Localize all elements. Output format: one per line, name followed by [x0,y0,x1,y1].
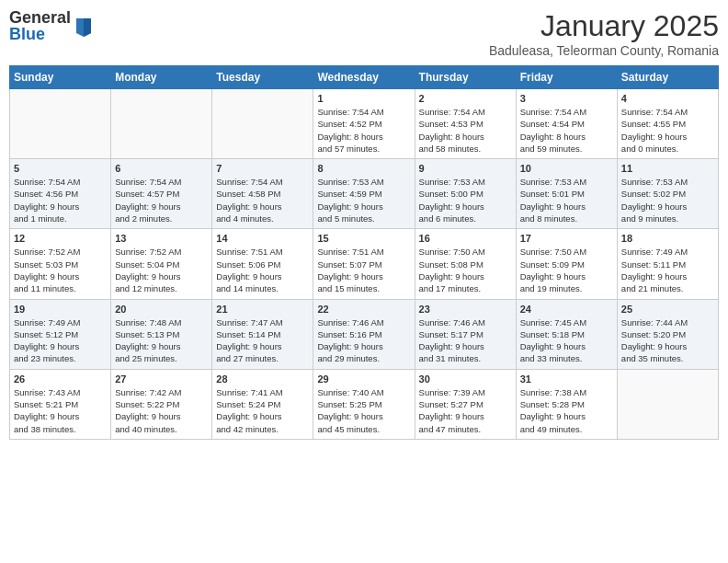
day-info: Sunrise: 7:54 AM Sunset: 4:58 PM Dayligh… [216,176,309,224]
location-text: Baduleasa, Teleorman County, Romania [489,43,719,58]
day-number: 20 [115,304,208,315]
day-info: Sunrise: 7:52 AM Sunset: 5:03 PM Dayligh… [14,246,107,294]
day-number: 18 [621,233,714,244]
calendar-cell: 13Sunrise: 7:52 AM Sunset: 5:04 PM Dayli… [111,229,212,299]
weekday-header-friday: Friday [516,66,617,89]
calendar-cell: 14Sunrise: 7:51 AM Sunset: 5:06 PM Dayli… [212,229,313,299]
calendar-cell: 3Sunrise: 7:54 AM Sunset: 4:54 PM Daylig… [516,89,617,159]
logo: General Blue [9,9,93,42]
day-number: 19 [14,304,107,315]
calendar-cell: 21Sunrise: 7:47 AM Sunset: 5:14 PM Dayli… [212,299,313,369]
day-number: 14 [216,233,309,244]
calendar-week-2: 5Sunrise: 7:54 AM Sunset: 4:56 PM Daylig… [10,159,719,229]
day-number: 22 [317,304,410,315]
calendar-cell: 20Sunrise: 7:48 AM Sunset: 5:13 PM Dayli… [111,299,212,369]
day-number: 17 [520,233,613,244]
calendar-cell: 2Sunrise: 7:54 AM Sunset: 4:53 PM Daylig… [415,89,516,159]
day-info: Sunrise: 7:51 AM Sunset: 5:06 PM Dayligh… [216,246,309,294]
calendar-cell: 6Sunrise: 7:54 AM Sunset: 4:57 PM Daylig… [111,159,212,229]
day-info: Sunrise: 7:41 AM Sunset: 5:24 PM Dayligh… [216,386,309,435]
day-info: Sunrise: 7:54 AM Sunset: 4:54 PM Dayligh… [520,106,613,155]
day-number: 25 [621,304,714,315]
day-info: Sunrise: 7:48 AM Sunset: 5:13 PM Dayligh… [115,316,208,365]
day-number: 13 [115,233,208,244]
weekday-header-saturday: Saturday [617,66,718,89]
calendar-cell: 5Sunrise: 7:54 AM Sunset: 4:56 PM Daylig… [10,159,111,229]
svg-marker-1 [84,18,91,37]
logo-general-text: General [9,9,71,26]
day-number: 7 [216,163,309,174]
day-info: Sunrise: 7:46 AM Sunset: 5:17 PM Dayligh… [419,316,512,365]
day-number: 15 [317,233,410,244]
day-info: Sunrise: 7:47 AM Sunset: 5:14 PM Dayligh… [216,316,309,365]
day-info: Sunrise: 7:46 AM Sunset: 5:16 PM Dayligh… [317,316,410,365]
day-number: 16 [419,233,512,244]
day-info: Sunrise: 7:39 AM Sunset: 5:27 PM Dayligh… [419,386,512,435]
day-number: 3 [520,93,613,104]
calendar-cell [10,89,111,159]
day-number: 30 [419,373,512,385]
day-info: Sunrise: 7:50 AM Sunset: 5:08 PM Dayligh… [419,246,512,294]
calendar-cell: 15Sunrise: 7:51 AM Sunset: 5:07 PM Dayli… [313,229,415,299]
calendar-cell: 19Sunrise: 7:49 AM Sunset: 5:12 PM Dayli… [10,299,111,369]
day-number: 31 [520,373,613,385]
calendar-cell: 1Sunrise: 7:54 AM Sunset: 4:52 PM Daylig… [313,89,415,159]
day-number: 26 [14,373,107,385]
weekday-header-row: SundayMondayTuesdayWednesdayThursdayFrid… [10,66,719,89]
logo-icon [74,15,93,37]
day-info: Sunrise: 7:40 AM Sunset: 5:25 PM Dayligh… [317,386,410,435]
day-info: Sunrise: 7:43 AM Sunset: 5:21 PM Dayligh… [14,386,107,435]
calendar-week-3: 12Sunrise: 7:52 AM Sunset: 5:03 PM Dayli… [10,229,719,299]
day-number: 21 [216,304,309,315]
weekday-header-wednesday: Wednesday [313,66,415,89]
calendar-cell: 31Sunrise: 7:38 AM Sunset: 5:28 PM Dayli… [516,369,617,439]
day-number: 12 [14,233,107,244]
calendar-cell: 30Sunrise: 7:39 AM Sunset: 5:27 PM Dayli… [415,369,516,439]
day-info: Sunrise: 7:54 AM Sunset: 4:52 PM Dayligh… [317,106,410,155]
day-info: Sunrise: 7:42 AM Sunset: 5:22 PM Dayligh… [115,386,208,435]
day-info: Sunrise: 7:53 AM Sunset: 5:00 PM Dayligh… [419,176,512,224]
calendar-cell: 7Sunrise: 7:54 AM Sunset: 4:58 PM Daylig… [212,159,313,229]
calendar-cell: 16Sunrise: 7:50 AM Sunset: 5:08 PM Dayli… [415,229,516,299]
page-header: General Blue January 2025 Baduleasa, Tel… [9,9,719,58]
calendar-cell [212,89,313,159]
day-info: Sunrise: 7:54 AM Sunset: 4:56 PM Dayligh… [14,176,107,224]
day-info: Sunrise: 7:50 AM Sunset: 5:09 PM Dayligh… [520,246,613,294]
day-number: 23 [419,304,512,315]
day-info: Sunrise: 7:52 AM Sunset: 5:04 PM Dayligh… [115,246,208,294]
day-number: 11 [621,163,714,174]
calendar-cell: 22Sunrise: 7:46 AM Sunset: 5:16 PM Dayli… [313,299,415,369]
day-info: Sunrise: 7:49 AM Sunset: 5:12 PM Dayligh… [14,316,107,365]
calendar-cell: 17Sunrise: 7:50 AM Sunset: 5:09 PM Dayli… [516,229,617,299]
day-number: 8 [317,163,410,174]
weekday-header-tuesday: Tuesday [212,66,313,89]
calendar-cell: 4Sunrise: 7:54 AM Sunset: 4:55 PM Daylig… [617,89,718,159]
day-number: 5 [14,163,107,174]
day-number: 2 [419,93,512,104]
weekday-header-sunday: Sunday [10,66,111,89]
calendar-cell: 12Sunrise: 7:52 AM Sunset: 5:03 PM Dayli… [10,229,111,299]
day-number: 24 [520,304,613,315]
calendar-cell: 28Sunrise: 7:41 AM Sunset: 5:24 PM Dayli… [212,369,313,439]
logo-blue-text: Blue [9,26,71,42]
calendar-week-5: 26Sunrise: 7:43 AM Sunset: 5:21 PM Dayli… [10,369,719,439]
day-info: Sunrise: 7:54 AM Sunset: 4:57 PM Dayligh… [115,176,208,224]
day-number: 29 [317,373,410,385]
calendar-cell: 23Sunrise: 7:46 AM Sunset: 5:17 PM Dayli… [415,299,516,369]
calendar-cell: 24Sunrise: 7:45 AM Sunset: 5:18 PM Dayli… [516,299,617,369]
calendar-week-4: 19Sunrise: 7:49 AM Sunset: 5:12 PM Dayli… [10,299,719,369]
day-number: 4 [621,93,714,104]
day-number: 6 [115,163,208,174]
calendar-cell: 10Sunrise: 7:53 AM Sunset: 5:01 PM Dayli… [516,159,617,229]
day-number: 1 [317,93,410,104]
day-info: Sunrise: 7:53 AM Sunset: 4:59 PM Dayligh… [317,176,410,224]
weekday-header-monday: Monday [111,66,212,89]
day-number: 10 [520,163,613,174]
day-info: Sunrise: 7:45 AM Sunset: 5:18 PM Dayligh… [520,316,613,365]
calendar-week-1: 1Sunrise: 7:54 AM Sunset: 4:52 PM Daylig… [10,89,719,159]
day-info: Sunrise: 7:53 AM Sunset: 5:02 PM Dayligh… [621,176,714,224]
day-info: Sunrise: 7:54 AM Sunset: 4:55 PM Dayligh… [621,106,714,155]
day-info: Sunrise: 7:44 AM Sunset: 5:20 PM Dayligh… [621,316,714,365]
calendar-table: SundayMondayTuesdayWednesdayThursdayFrid… [9,65,719,440]
day-info: Sunrise: 7:38 AM Sunset: 5:28 PM Dayligh… [520,386,613,435]
